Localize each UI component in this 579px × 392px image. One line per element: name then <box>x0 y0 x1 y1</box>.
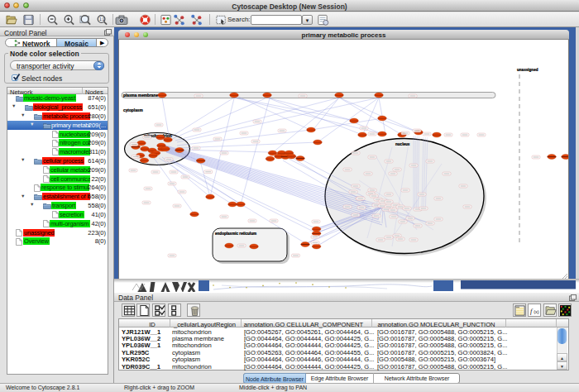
svg-text:1:1: 1:1 <box>99 17 105 22</box>
svg-text:cytoplasm: cytoplasm <box>123 108 143 112</box>
svg-text:nucleus: nucleus <box>395 142 410 146</box>
svg-text:unassigned: unassigned <box>517 68 538 72</box>
svg-text:endoplasmic reticulum: endoplasmic reticulum <box>215 232 256 236</box>
svg-text:(x): (x) <box>534 309 539 314</box>
svg-text:plasma membrane: plasma membrane <box>123 93 158 98</box>
